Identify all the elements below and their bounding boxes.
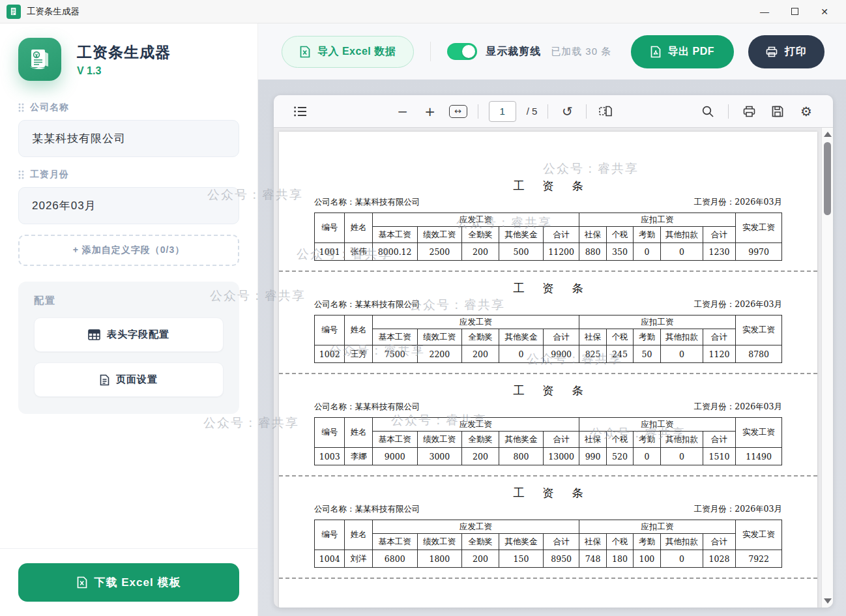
cell: 9000 bbox=[372, 448, 417, 465]
slip-title: 工 资 条 bbox=[314, 280, 782, 296]
sub-header-cell: 考勤 bbox=[633, 534, 660, 550]
rotate-icon[interactable]: ↺ bbox=[559, 103, 576, 120]
config-section-title: 配置 bbox=[34, 295, 224, 307]
cell: 200 bbox=[462, 448, 499, 465]
salary-slip: 工 资 条 公司名称：某某科技有限公司 工资月份：2026年03月 编号 姓名 … bbox=[279, 477, 817, 576]
salary-month-input[interactable]: 2026年03月 bbox=[18, 187, 239, 224]
preview-area: − + ↔ 1 / 5 ↺ bbox=[258, 80, 846, 616]
page-number-input[interactable]: 1 bbox=[489, 101, 516, 122]
cell: 7500 bbox=[372, 345, 417, 363]
sub-header-cell: 社保 bbox=[579, 227, 606, 243]
zoom-in-icon[interactable]: + bbox=[422, 103, 439, 120]
minimize-button[interactable]: — bbox=[750, 2, 780, 22]
page-view-icon[interactable] bbox=[597, 103, 614, 120]
cell: 50 bbox=[633, 345, 660, 363]
cell: 245 bbox=[607, 345, 633, 363]
company-name-input[interactable]: 某某科技有限公司 bbox=[18, 120, 239, 157]
cell: 7922 bbox=[736, 550, 782, 568]
export-pdf-button[interactable]: 导出 PDF bbox=[631, 35, 734, 68]
sub-header-cell: 个税 bbox=[607, 534, 633, 550]
cell: 200 bbox=[462, 345, 499, 363]
cell: 748 bbox=[579, 550, 606, 568]
salary-table: 编号 姓名 应发工资 应扣工资 实发工资 基本工资绩效工资全勤奖其他奖金合计社保… bbox=[314, 520, 782, 568]
cell: 200 bbox=[462, 550, 499, 568]
cell: 0 bbox=[661, 345, 703, 363]
fit-width-icon[interactable]: ↔ bbox=[449, 105, 467, 118]
import-excel-label: 导入 Excel 数据 bbox=[317, 45, 396, 59]
sidebar: 工资条生成器 V 1.3 公司名称 某某科技有限公司 工资月份 2026年03月… bbox=[0, 23, 258, 616]
page-setup-button[interactable]: 页面设置 bbox=[34, 362, 224, 397]
pdf-page: 工 资 条 公司名称：某某科技有限公司 工资月份：2026年03月 编号 姓名 … bbox=[279, 132, 817, 608]
cell: 8950 bbox=[544, 550, 579, 568]
sub-header-cell: 个税 bbox=[607, 227, 633, 243]
divider bbox=[728, 104, 729, 119]
maximize-button[interactable] bbox=[780, 2, 810, 22]
download-excel-template-button[interactable]: 下载 Excel 模板 bbox=[18, 563, 239, 602]
cell: 100 bbox=[633, 550, 660, 568]
show-cutline-label: 显示裁剪线 bbox=[486, 45, 541, 59]
add-custom-field-button[interactable]: + 添加自定义字段（0/3） bbox=[18, 235, 239, 266]
sub-header-cell: 其他扣款 bbox=[661, 534, 703, 550]
print-document-icon[interactable] bbox=[740, 103, 757, 120]
save-icon[interactable] bbox=[769, 103, 786, 120]
download-excel-template-label: 下载 Excel 模板 bbox=[95, 575, 181, 590]
sub-header-cell: 其他奖金 bbox=[499, 227, 544, 243]
zoom-out-icon[interactable]: − bbox=[394, 103, 411, 120]
cell: 0 bbox=[661, 448, 703, 465]
scroll-down-icon[interactable] bbox=[824, 598, 832, 604]
group-payable: 应发工资 bbox=[372, 520, 579, 534]
sub-header-cell: 合计 bbox=[544, 432, 579, 448]
cell: 张伟 bbox=[345, 243, 372, 261]
cell: 180 bbox=[607, 550, 633, 568]
drag-handle-icon[interactable] bbox=[18, 103, 24, 112]
app-name: 工资条生成器 bbox=[77, 42, 171, 63]
sub-header-cell: 考勤 bbox=[633, 432, 660, 448]
outline-sidebar-icon[interactable] bbox=[292, 103, 309, 120]
sub-header-cell: 全勤奖 bbox=[462, 534, 499, 550]
maximize-icon bbox=[791, 8, 798, 15]
search-icon[interactable] bbox=[699, 103, 716, 120]
sub-header-cell: 考勤 bbox=[633, 227, 660, 243]
header-fields-config-button[interactable]: 表头字段配置 bbox=[34, 317, 224, 352]
show-cutline-toggle[interactable] bbox=[447, 43, 477, 60]
sub-header-cell: 其他扣款 bbox=[661, 227, 703, 243]
slip-title: 工 资 条 bbox=[314, 178, 782, 194]
divider bbox=[586, 104, 587, 119]
sub-header-cell: 绩效工资 bbox=[417, 329, 462, 345]
import-excel-button[interactable]: 导入 Excel 数据 bbox=[282, 36, 414, 68]
cell: 11200 bbox=[544, 243, 579, 261]
drag-handle-icon[interactable] bbox=[18, 170, 24, 179]
slip-company-name: 公司名称：某某科技有限公司 bbox=[314, 197, 420, 208]
cell: 825 bbox=[579, 345, 606, 363]
app-icon bbox=[7, 5, 21, 19]
salary-table: 编号 姓名 应发工资 应扣工资 实发工资 基本工资绩效工资全勤奖其他奖金合计社保… bbox=[314, 315, 782, 363]
print-button[interactable]: 打印 bbox=[748, 35, 824, 68]
col-id: 编号 bbox=[315, 315, 345, 345]
group-payable: 应发工资 bbox=[372, 213, 579, 227]
cell: 1003 bbox=[315, 448, 345, 465]
pdf-viewer-toolbar: − + ↔ 1 / 5 ↺ bbox=[274, 95, 833, 128]
page-count-label: / 5 bbox=[527, 106, 538, 117]
cell: 6800 bbox=[372, 550, 417, 568]
slip-salary-month: 工资月份：2026年03月 bbox=[694, 299, 782, 310]
scroll-up-icon[interactable] bbox=[824, 132, 832, 137]
settings-gear-icon[interactable]: ⚙ bbox=[798, 103, 815, 120]
group-deduct: 应扣工资 bbox=[579, 315, 735, 329]
scrollbar-thumb[interactable] bbox=[824, 142, 831, 215]
col-net: 实发工资 bbox=[736, 213, 782, 243]
vertical-scrollbar[interactable] bbox=[821, 128, 833, 608]
sub-header-cell: 绩效工资 bbox=[417, 227, 462, 243]
cell: 500 bbox=[499, 243, 544, 261]
cell: 8000.12 bbox=[372, 243, 417, 261]
cell: 2500 bbox=[417, 243, 462, 261]
company-name-label: 公司名称 bbox=[30, 102, 69, 113]
salary-table: 编号 姓名 应发工资 应扣工资 实发工资 基本工资绩效工资全勤奖其他奖金合计社保… bbox=[314, 417, 782, 465]
slip-title: 工 资 条 bbox=[314, 383, 782, 398]
slip-company-name: 公司名称：某某科技有限公司 bbox=[314, 402, 420, 413]
cell: 李娜 bbox=[345, 448, 372, 465]
close-button[interactable]: ✕ bbox=[810, 2, 839, 22]
col-name: 姓名 bbox=[345, 520, 372, 550]
salary-table: 编号 姓名 应发工资 应扣工资 实发工资 基本工资绩效工资全勤奖其他奖金合计社保… bbox=[314, 213, 782, 261]
sub-header-cell: 绩效工资 bbox=[417, 534, 462, 550]
sub-header-cell: 合计 bbox=[544, 534, 579, 550]
